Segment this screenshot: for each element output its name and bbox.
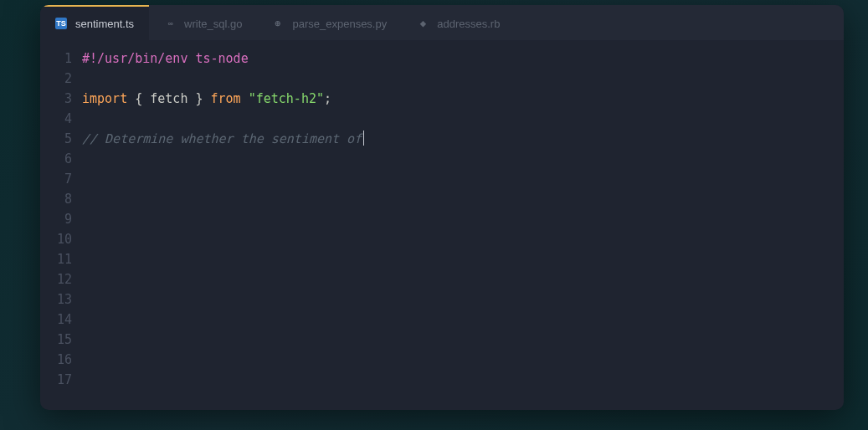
tab-label: write_sql.go bbox=[184, 18, 242, 30]
identifier-token: fetch bbox=[150, 91, 187, 106]
editor-body[interactable]: 1 2 3 4 5 6 7 8 9 10 11 12 13 14 15 16 1… bbox=[40, 40, 844, 410]
shebang-token: #!/usr/bin/env ts-node bbox=[82, 51, 249, 66]
keyword-token: from bbox=[211, 91, 241, 106]
punct-token: { bbox=[135, 91, 150, 106]
editor-window: TS sentiment.ts ∞ write_sql.go ⊕ parse_e… bbox=[40, 5, 844, 410]
code-line: #!/usr/bin/env ts-node bbox=[82, 51, 249, 66]
tab-bar: TS sentiment.ts ∞ write_sql.go ⊕ parse_e… bbox=[40, 5, 844, 40]
typescript-icon: TS bbox=[55, 18, 67, 29]
line-number-gutter: 1 2 3 4 5 6 7 8 9 10 11 12 13 14 15 16 1… bbox=[40, 49, 82, 402]
tab-sentiment-ts[interactable]: TS sentiment.ts bbox=[40, 5, 149, 40]
punct-token: } bbox=[187, 91, 203, 106]
keyword-token: import bbox=[82, 91, 127, 106]
tab-label: addresses.rb bbox=[437, 18, 500, 30]
text-cursor bbox=[363, 131, 364, 146]
comment-token: // Determine whether the sentiment of bbox=[82, 131, 362, 146]
tab-parse-expenses-py[interactable]: ⊕ parse_expenses.py bbox=[257, 5, 402, 40]
code-line: // Determine whether the sentiment of bbox=[82, 131, 364, 146]
tab-label: parse_expenses.py bbox=[292, 18, 387, 30]
tab-write-sql-go[interactable]: ∞ write_sql.go bbox=[149, 5, 257, 40]
python-icon: ⊕ bbox=[272, 18, 284, 29]
ruby-icon: ◆ bbox=[417, 18, 429, 29]
tab-label: sentiment.ts bbox=[75, 18, 134, 30]
tab-addresses-rb[interactable]: ◆ addresses.rb bbox=[402, 5, 515, 40]
string-token: "fetch-h2" bbox=[249, 91, 324, 106]
punct-token: ; bbox=[324, 91, 331, 106]
code-line: import { fetch } from "fetch-h2"; bbox=[82, 91, 331, 106]
go-icon: ∞ bbox=[164, 18, 176, 29]
code-area[interactable]: #!/usr/bin/env ts-node import { fetch } … bbox=[82, 49, 844, 402]
